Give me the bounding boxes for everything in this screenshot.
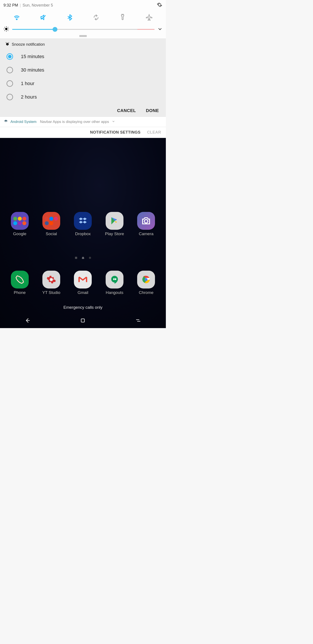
app-phone[interactable]: Phone — [7, 271, 33, 295]
page-indicator[interactable] — [0, 257, 166, 259]
app-camera[interactable]: Camera — [133, 212, 159, 236]
brightness-row — [3, 24, 162, 34]
home-screen: Google Social Dropbox Play Store — [0, 138, 166, 328]
snooze-header: Z Snooze notification — [5, 41, 161, 50]
svg-point-0 — [5, 28, 7, 30]
home-button[interactable] — [79, 317, 86, 324]
app-label: Gmail — [78, 290, 88, 295]
back-button[interactable] — [24, 317, 31, 324]
system-notif-message: Navbar Apps is displaying over other app… — [40, 120, 109, 124]
status-bar: 9:32 PM | Sun, November 5 — [3, 2, 162, 9]
home-row-1: Google Social Dropbox Play Store — [0, 212, 166, 236]
wifi-toggle[interactable] — [3, 12, 30, 22]
snooze-panel: Z Snooze notification 15 minutes 30 minu… — [0, 38, 166, 116]
system-notification-row[interactable]: Android System Navbar Apps is displaying… — [0, 116, 166, 127]
expand-chevron-icon[interactable] — [158, 26, 162, 32]
brightness-icon — [3, 26, 9, 33]
home-dock: Phone YT Studio Gmail Hangouts Chrome — [0, 271, 166, 295]
app-label: Social — [46, 232, 57, 236]
app-label: Camera — [139, 232, 153, 236]
app-label: Play Store — [105, 232, 124, 236]
app-chrome[interactable]: Chrome — [133, 271, 159, 295]
clock-time: 9:32 PM — [3, 3, 18, 8]
app-hangouts[interactable]: Hangouts — [101, 271, 128, 295]
notification-settings-button[interactable]: NOTIFICATION SETTINGS — [90, 130, 140, 135]
recents-button[interactable] — [135, 317, 141, 324]
chevron-down-icon[interactable] — [112, 120, 115, 124]
app-label: Chrome — [139, 290, 153, 295]
shade-drag-handle[interactable] — [3, 34, 162, 38]
cancel-button[interactable]: CANCEL — [117, 108, 136, 113]
status-separator: | — [20, 3, 21, 8]
snooze-option-label: 2 hours — [21, 94, 37, 100]
emergency-calls-text: Emergency calls only — [0, 305, 166, 310]
app-google-folder[interactable]: Google — [7, 212, 33, 236]
radio-icon — [6, 53, 13, 60]
svg-text:Z: Z — [7, 43, 8, 45]
nav-bar — [0, 314, 166, 328]
svg-point-4 — [145, 278, 148, 281]
radio-icon — [6, 80, 13, 87]
app-yt-studio[interactable]: YT Studio — [38, 271, 64, 295]
app-dropbox[interactable]: Dropbox — [70, 212, 96, 236]
snooze-title: Snooze notification — [12, 42, 45, 47]
mute-toggle[interactable] — [30, 12, 56, 22]
snooze-option-2h[interactable]: 2 hours — [5, 90, 161, 104]
bluetooth-toggle[interactable] — [56, 12, 83, 22]
shade-footer: NOTIFICATION SETTINGS CLEAR — [0, 127, 166, 138]
snooze-option-15m[interactable]: 15 minutes — [5, 50, 161, 63]
clear-button[interactable]: CLEAR — [147, 130, 161, 135]
app-label: Google — [13, 232, 26, 236]
snooze-option-30m[interactable]: 30 minutes — [5, 63, 161, 77]
brightness-slider[interactable] — [12, 29, 155, 30]
app-gmail[interactable]: Gmail — [70, 271, 96, 295]
autorotate-toggle[interactable] — [83, 12, 109, 22]
app-play-store[interactable]: Play Store — [101, 212, 128, 236]
snooze-option-1h[interactable]: 1 hour — [5, 77, 161, 90]
snooze-option-label: 1 hour — [21, 81, 34, 86]
app-social-folder[interactable]: Social — [38, 212, 64, 236]
flashlight-toggle[interactable] — [109, 12, 136, 22]
snooze-option-label: 30 minutes — [21, 67, 44, 73]
notification-shade-top: 9:32 PM | Sun, November 5 — [0, 0, 166, 38]
layers-icon — [4, 120, 8, 124]
radio-icon — [6, 67, 13, 73]
app-label: Dropbox — [75, 232, 91, 236]
app-label: YT Studio — [42, 290, 60, 295]
snooze-actions: CANCEL DONE — [5, 104, 161, 116]
status-date: Sun, November 5 — [22, 3, 53, 8]
snooze-option-label: 15 minutes — [21, 54, 44, 60]
quick-settings-row — [3, 9, 162, 24]
settings-gear-icon[interactable] — [157, 2, 162, 8]
alarm-snooze-icon: Z — [5, 42, 9, 47]
app-label: Hangouts — [106, 290, 123, 295]
radio-icon — [6, 94, 13, 100]
done-button[interactable]: DONE — [146, 108, 159, 113]
airplane-toggle[interactable] — [136, 12, 162, 22]
app-label: Phone — [14, 290, 26, 295]
system-notif-app: Android System — [10, 120, 36, 124]
svg-rect-5 — [81, 319, 84, 322]
